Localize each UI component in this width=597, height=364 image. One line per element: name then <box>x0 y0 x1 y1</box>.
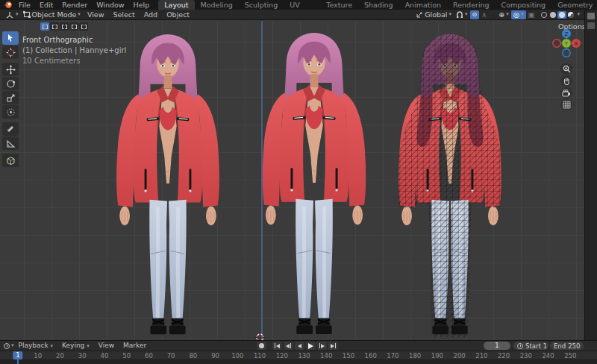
scale-tool[interactable] <box>2 91 19 104</box>
annotate-tool[interactable] <box>2 122 19 136</box>
select-mode-subtract-button[interactable] <box>60 22 69 31</box>
ruler-tick[interactable]: 40 <box>101 352 109 360</box>
menu-file[interactable]: File <box>14 0 35 10</box>
frame-end-field[interactable]: End 250 <box>550 342 584 350</box>
ruler-tick[interactable]: 170 <box>387 352 398 360</box>
editor-type-button[interactable]: ▾ <box>3 10 21 19</box>
show-overlays-button[interactable]: ◎▾ <box>511 10 526 19</box>
ruler-tick[interactable]: 20 <box>56 352 64 360</box>
ruler-tick[interactable]: 200 <box>454 352 466 360</box>
menu-render[interactable]: Render <box>57 0 92 10</box>
ruler-tick[interactable]: 30 <box>78 352 87 360</box>
move-tool[interactable] <box>2 63 19 76</box>
pan-view-button[interactable] <box>560 75 572 87</box>
gizmo-z-neg-axis[interactable] <box>563 49 570 57</box>
tab-texture-paint[interactable]: Texture Paint <box>320 0 358 10</box>
ruler-tick[interactable]: 110 <box>254 352 266 360</box>
next-keyframe-button[interactable] <box>317 342 327 350</box>
select-mode-new-button[interactable] <box>40 22 49 31</box>
ruler-tick[interactable]: 70 <box>167 352 175 360</box>
menu-object[interactable]: Object <box>162 10 194 20</box>
select-mode-invert-button[interactable] <box>69 22 78 31</box>
object-mode-dropdown[interactable]: Object Mode ▾ <box>21 10 83 19</box>
ruler-tick[interactable]: 80 <box>189 352 197 360</box>
play-button[interactable] <box>306 342 316 350</box>
navigation-gizmo[interactable]: Z X Y <box>550 27 583 60</box>
menu-keying[interactable]: Keying ▾ <box>57 341 94 351</box>
timeline-ruler[interactable]: 1102030405060708090100110120130140150160… <box>0 351 597 360</box>
auto-keying-button[interactable] <box>257 342 266 350</box>
select-mode-extend-button[interactable] <box>50 22 59 31</box>
gizmo-x-neg-axis[interactable] <box>553 40 560 47</box>
prev-keyframe-button[interactable] <box>284 342 293 350</box>
menu-help[interactable]: Help <box>129 0 154 10</box>
outliner-icon[interactable] <box>587 13 595 19</box>
ruler-tick[interactable]: 190 <box>431 352 443 360</box>
menu-marker[interactable]: Marker <box>119 341 151 351</box>
menu-window[interactable]: Window <box>92 0 128 10</box>
transform-tool[interactable] <box>2 105 19 119</box>
tab-animation[interactable]: Animation <box>399 0 447 10</box>
transform-orientation-dropdown[interactable]: Global ▾ <box>414 10 454 19</box>
ruler-tick[interactable]: 140 <box>320 352 332 360</box>
toggle-perspective-button[interactable] <box>560 99 572 110</box>
ruler-tick[interactable]: 130 <box>298 352 310 360</box>
tab-shading[interactable]: Shading <box>358 0 399 10</box>
select-box-tool[interactable] <box>2 31 19 45</box>
ruler-tick[interactable]: 240 <box>542 352 554 360</box>
camera-view-button[interactable] <box>560 87 572 98</box>
ruler-tick[interactable]: 50 <box>122 352 131 360</box>
tab-rendering[interactable]: Rendering <box>447 0 496 10</box>
jump-to-start-button[interactable] <box>272 342 282 350</box>
playhead-line[interactable] <box>17 359 19 364</box>
ruler-tick[interactable]: 100 <box>231 352 243 360</box>
ruler-tick[interactable]: 250 <box>564 352 576 360</box>
ruler-tick[interactable]: 150 <box>343 352 354 360</box>
tab-modeling[interactable]: Modeling <box>195 0 239 10</box>
shading-material-button[interactable] <box>557 11 566 19</box>
3d-viewport[interactable]: Options ▾ Front Orthographic (1) Collect… <box>0 21 584 340</box>
timeline-track-area[interactable] <box>0 360 597 364</box>
rotate-tool[interactable] <box>2 77 19 90</box>
blender-logo-icon[interactable] <box>3 1 13 9</box>
ruler-tick[interactable]: 210 <box>475 352 487 360</box>
menu-add[interactable]: Add <box>140 10 162 20</box>
measure-tool[interactable] <box>2 136 19 150</box>
ruler-tick[interactable]: 10 <box>34 352 42 360</box>
model-left[interactable] <box>101 33 234 340</box>
filter-icon[interactable] <box>587 22 595 29</box>
cursor-tool[interactable] <box>2 46 19 59</box>
menu-edit[interactable]: Edit <box>35 0 57 10</box>
ruler-tick[interactable]: 230 <box>520 352 532 360</box>
shading-wireframe-button[interactable] <box>540 11 548 19</box>
menu-timeline-view[interactable]: View <box>94 341 119 351</box>
frame-start-field[interactable]: Start 1 <box>513 342 548 350</box>
tab-sculpting[interactable]: Sculpting <box>239 0 284 10</box>
toggle-xray-button[interactable]: ▣ <box>526 10 537 19</box>
ruler-tick[interactable]: 180 <box>409 352 421 360</box>
menu-select[interactable]: Select <box>108 10 139 20</box>
timeline-editor-type-button[interactable]: ▾ <box>4 343 14 349</box>
show-gizmos-button[interactable]: ⊕▾ <box>496 10 510 19</box>
shading-solid-button[interactable] <box>548 11 557 19</box>
current-frame-field[interactable]: 1 <box>484 342 510 350</box>
menu-playback[interactable]: Playback ▾ <box>14 341 58 351</box>
tab-geometry-nodes[interactable]: Geometry Nodes <box>551 0 597 10</box>
menu-view[interactable]: View <box>83 10 109 20</box>
tab-compositing[interactable]: Compositing <box>496 0 552 10</box>
tab-uv-editing[interactable]: UV Editing <box>284 0 320 10</box>
ruler-tick[interactable]: 120 <box>276 352 288 360</box>
ruler-tick[interactable]: 90 <box>211 352 219 360</box>
jump-to-end-button[interactable] <box>328 342 338 350</box>
ruler-tick[interactable]: 160 <box>365 352 377 360</box>
snapping-icon[interactable]: ▾ <box>454 10 470 19</box>
zoom-view-button[interactable] <box>560 63 572 75</box>
ruler-tick[interactable]: 60 <box>145 352 153 360</box>
proportional-editing-icon[interactable]: ∧ <box>479 10 489 19</box>
ruler-tick[interactable]: 220 <box>498 352 510 360</box>
add-cube-tool[interactable] <box>2 154 19 167</box>
model-center[interactable] <box>248 31 381 340</box>
tab-layout[interactable]: Layout <box>158 0 194 10</box>
shading-rendered-button[interactable] <box>566 11 575 19</box>
snap-target-button[interactable]: ⊙ <box>470 10 480 19</box>
